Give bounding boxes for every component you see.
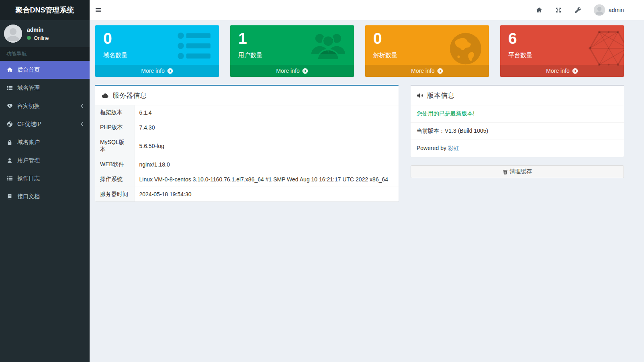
user-icon [6, 158, 13, 163]
globe-circle-icon [6, 121, 13, 127]
stat-value: 6 [508, 30, 620, 47]
sidebar-item-cf-ip[interactable]: CF优选IP [0, 115, 90, 133]
stat-box-records: 0 解析数量 More info [365, 25, 489, 77]
version-latest-status: 您使用的已是最新版本! [411, 105, 624, 123]
table-row: 操作系统 Linux VM-0-8-centos 3.10.0-1160.76.… [95, 172, 399, 187]
stat-box-platforms: 6 平台数量 More info [500, 25, 624, 77]
arrow-circle-right-icon [572, 68, 578, 74]
list-icon [6, 175, 13, 181]
stat-value: 0 [373, 30, 485, 47]
arrow-circle-right-icon [437, 68, 443, 74]
stat-label: 平台数量 [508, 51, 620, 59]
more-info-link[interactable]: More info [365, 65, 489, 77]
stat-label: 解析数量 [373, 51, 485, 59]
table-row: 服务器时间 2024-05-18 19:54:30 [95, 187, 399, 202]
sidebar-item-user-manage[interactable]: 用户管理 [0, 151, 90, 169]
more-info-link[interactable]: More info [230, 65, 354, 77]
version-powered-by: Powered by 彩虹 [411, 140, 624, 157]
heartbeat-icon [6, 103, 13, 109]
panels-row: 服务器信息 框架版本 6.1.4 PHP版本 7.4.30 [95, 85, 638, 202]
server-info-table: 框架版本 6.1.4 PHP版本 7.4.30 MySQL版本 5.6.50-l… [95, 105, 399, 202]
home-icon [6, 67, 13, 73]
page-content: 0 域名数量 More info 1 [90, 20, 644, 207]
wrench-icon[interactable] [568, 7, 587, 13]
top-navbar: admin [90, 0, 644, 20]
version-info-panel: 版本信息 您使用的已是最新版本! 当前版本：V1.3 (Build 1005) … [411, 85, 624, 157]
more-info-link[interactable]: More info [95, 65, 219, 77]
home-icon[interactable] [530, 7, 549, 13]
sidebar-item-label: 用户管理 [17, 157, 40, 164]
lock-icon [6, 140, 13, 145]
sidebar-item-domain-account[interactable]: 域名账户 [0, 133, 90, 151]
cloud-icon [101, 93, 109, 99]
table-row: WEB软件 nginx/1.18.0 [95, 157, 399, 172]
arrow-circle-right-icon [167, 68, 173, 74]
table-row: 框架版本 6.1.4 [95, 105, 399, 120]
stat-value: 1 [238, 30, 350, 47]
more-info-link[interactable]: More info [500, 65, 624, 77]
book-icon [6, 194, 13, 200]
sidebar-menu: 后台首页 域名管理 容灾切换 CF优 [0, 61, 90, 206]
stat-box-domains: 0 域名数量 More info [95, 25, 219, 77]
sidebar-user-panel: admin Online [0, 20, 90, 47]
chevron-left-icon [81, 122, 84, 126]
arrow-circle-right-icon [302, 68, 308, 74]
right-column: 版本信息 您使用的已是最新版本! 当前版本：V1.3 (Build 1005) … [411, 85, 624, 178]
app-logo[interactable]: 聚合DNS管理系统 [0, 0, 90, 20]
sidebar-user-status: Online [27, 35, 49, 41]
stat-label: 域名数量 [103, 51, 215, 59]
stat-label: 用户数量 [238, 51, 350, 59]
list-icon [6, 85, 13, 91]
stat-value: 0 [103, 30, 215, 47]
sidebar-item-dashboard[interactable]: 后台首页 [0, 61, 90, 79]
sidebar-item-failover[interactable]: 容灾切换 [0, 97, 90, 115]
stat-box-users: 1 用户数量 More info [230, 25, 354, 77]
navbar-user-menu[interactable]: admin [587, 4, 624, 16]
server-info-panel: 服务器信息 框架版本 6.1.4 PHP版本 7.4.30 [95, 85, 399, 202]
online-label: Online [34, 35, 49, 41]
navbar-user-name: admin [609, 7, 624, 13]
sidebar: 聚合DNS管理系统 admin Online 功能导航 后台首页 [0, 0, 90, 362]
sidebar-item-label: 接口文档 [17, 193, 40, 200]
sidebar-item-operation-log[interactable]: 操作日志 [0, 169, 90, 187]
sidebar-section-label: 功能导航 [0, 47, 90, 61]
sidebar-user-name: admin [27, 27, 49, 33]
sidebar-item-domain-manage[interactable]: 域名管理 [0, 79, 90, 97]
sidebar-item-api-docs[interactable]: 接口文档 [0, 187, 90, 206]
sidebar-item-label: CF优选IP [17, 121, 41, 128]
table-row: PHP版本 7.4.30 [95, 120, 399, 135]
sidebar-item-label: 容灾切换 [17, 103, 40, 110]
sidebar-toggle-button[interactable] [95, 4, 106, 16]
expand-icon[interactable] [549, 7, 568, 13]
app-title: 聚合DNS管理系统 [15, 5, 74, 15]
trash-icon [503, 169, 508, 175]
stat-boxes-row: 0 域名数量 More info 1 [95, 25, 638, 77]
powered-by-link[interactable]: 彩虹 [448, 145, 459, 151]
online-dot-icon [27, 36, 31, 40]
server-panel-title: 服务器信息 [112, 91, 147, 100]
sidebar-item-label: 操作日志 [17, 175, 40, 182]
sidebar-item-label: 域名管理 [17, 84, 40, 92]
user-avatar-icon [4, 25, 22, 43]
main-area: admin 0 域名数量 More info [90, 0, 644, 362]
sidebar-item-label: 域名账户 [17, 139, 40, 146]
volume-icon [417, 92, 423, 99]
table-row: MySQL版本 5.6.50-log [95, 135, 399, 157]
chevron-left-icon [81, 104, 84, 108]
version-current: 当前版本：V1.3 (Build 1005) [411, 123, 624, 140]
clear-cache-button[interactable]: 清理缓存 [411, 165, 624, 178]
sidebar-item-label: 后台首页 [17, 66, 40, 74]
version-panel-title: 版本信息 [427, 91, 454, 100]
app-root: 聚合DNS管理系统 admin Online 功能导航 后台首页 [0, 0, 644, 362]
user-avatar-icon [594, 4, 605, 16]
